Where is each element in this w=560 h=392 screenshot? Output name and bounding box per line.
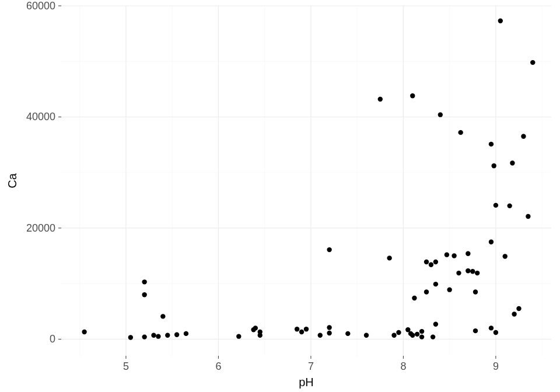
data-point	[165, 333, 170, 338]
data-point	[473, 289, 478, 294]
data-point	[447, 287, 452, 292]
data-point	[475, 271, 480, 275]
data-point	[489, 326, 494, 330]
data-point	[512, 312, 516, 316]
data-point	[530, 60, 535, 65]
x-tick-label: 9	[493, 360, 499, 372]
data-point	[396, 330, 401, 335]
data-point	[236, 334, 241, 338]
data-point	[498, 19, 503, 23]
data-point	[456, 271, 461, 275]
data-point	[415, 332, 419, 337]
y-tick-label: 0	[50, 333, 55, 345]
y-tick-label: 40000	[26, 111, 55, 123]
data-point	[318, 333, 323, 338]
data-point	[507, 204, 512, 208]
x-tick-label: 8	[400, 360, 406, 372]
data-point	[492, 163, 496, 168]
data-point	[510, 160, 514, 165]
data-point	[184, 331, 188, 336]
x-axis-title: pH	[299, 376, 314, 388]
data-point	[458, 130, 463, 135]
data-point	[419, 329, 424, 334]
data-point	[142, 279, 146, 284]
data-point	[438, 112, 443, 117]
data-point	[82, 330, 86, 334]
x-tick-label: 5	[123, 360, 129, 372]
data-point	[466, 268, 470, 273]
data-point	[424, 289, 429, 294]
data-point	[489, 240, 494, 244]
data-point	[378, 97, 383, 102]
data-point	[410, 93, 415, 98]
data-point	[410, 333, 415, 338]
data-point	[142, 334, 146, 339]
data-point	[299, 330, 304, 334]
data-point	[174, 332, 179, 337]
data-point	[156, 334, 160, 338]
data-point	[412, 296, 416, 300]
data-point	[424, 260, 429, 264]
data-point	[494, 330, 498, 335]
data-point	[151, 333, 156, 338]
svg-rect-0	[61, 6, 551, 356]
data-point	[387, 256, 391, 260]
data-point	[526, 214, 530, 219]
data-point	[160, 314, 165, 318]
data-point	[433, 260, 438, 264]
y-axis-title: Ca	[6, 173, 19, 188]
data-point	[444, 252, 449, 257]
data-point	[494, 203, 498, 208]
data-point	[466, 251, 470, 256]
data-point	[433, 322, 438, 327]
data-point	[503, 254, 508, 258]
data-point	[419, 334, 424, 339]
scatter-chart: 567890200004000060000pHCa	[0, 0, 560, 392]
data-point	[142, 292, 146, 297]
data-point	[304, 327, 309, 331]
x-tick-label: 6	[215, 360, 221, 372]
data-point	[258, 333, 262, 338]
data-point	[345, 331, 350, 336]
data-point	[452, 253, 456, 258]
data-point	[327, 325, 331, 330]
y-tick-label: 20000	[26, 222, 55, 234]
data-point	[364, 333, 369, 338]
data-point	[429, 262, 433, 267]
data-point	[327, 247, 331, 252]
data-point	[521, 134, 526, 139]
data-point	[295, 327, 299, 331]
data-point	[253, 326, 258, 330]
data-point	[391, 333, 396, 338]
data-point	[473, 328, 478, 333]
data-point	[327, 331, 331, 335]
data-point	[516, 306, 521, 311]
data-point	[128, 335, 133, 340]
data-point	[430, 334, 435, 339]
data-point	[489, 142, 494, 146]
y-tick-label: 60000	[26, 0, 55, 12]
data-point	[470, 269, 475, 274]
x-tick-label: 7	[308, 360, 314, 372]
data-point	[433, 282, 438, 286]
